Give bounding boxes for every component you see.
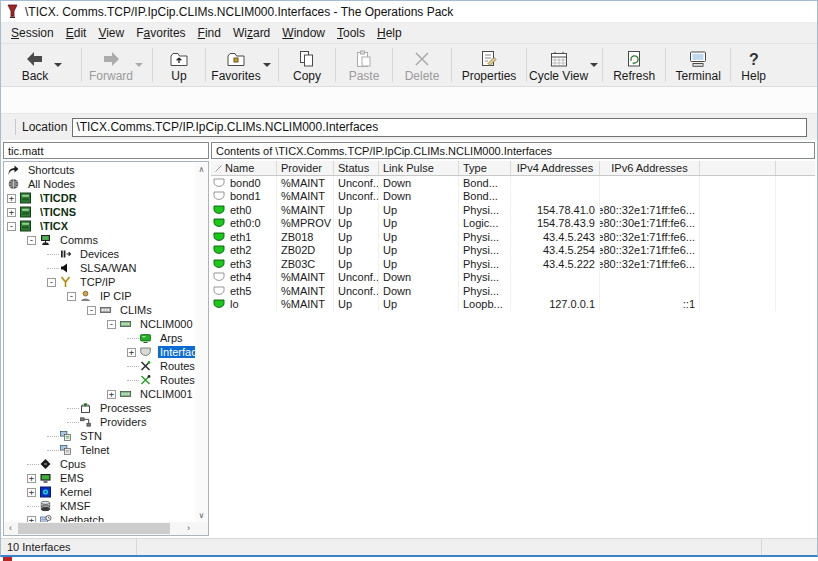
tree-item-ticns[interactable]: +\TICNS [4,205,195,219]
menu-view[interactable]: View [92,24,130,42]
forward-button[interactable]: Forward [82,44,152,86]
tree-item-nclim000[interactable]: -NCLIM000 [4,317,195,331]
tree-item-ticdr[interactable]: +\TICDR [4,191,195,205]
table-row-lo[interactable]: lo%MAINTUpUpLoopb...127.0.0.1::1 [211,298,815,312]
menu-edit[interactable]: Edit [60,24,93,42]
expand-icon[interactable]: + [107,390,116,399]
expand-icon[interactable]: + [127,348,136,357]
tree-item-telnet[interactable]: Telnet [4,443,195,457]
favorites-button[interactable]: Favorites [206,44,278,86]
tree-item-processes[interactable]: Processes [4,401,195,415]
copy-button[interactable]: Copy [279,44,335,86]
column-header-status[interactable]: Status [334,161,379,175]
collapse-icon[interactable]: - [7,222,16,231]
tree-item-kernel[interactable]: +Kernel [4,485,195,499]
column-header-link-pulse[interactable]: Link Pulse [379,161,459,175]
tree-item-stn[interactable]: STN [4,429,195,443]
help-button[interactable]: ?Help [731,44,776,86]
table-row-eth3[interactable]: eth3ZB03CUpUpPhysi...43.4.5.222fe80::32e… [211,257,815,271]
table-row-eth0-0[interactable]: eth0:0%MPROVUpUpLogic...154.78.43.9fe80:… [211,217,815,231]
expand-icon[interactable]: + [7,208,16,217]
table-row-bond1[interactable]: bond1%MAINTUnconf...DownBond... [211,190,815,204]
menu-wizard[interactable]: Wizard [227,24,276,42]
tree-item-label: All Nodes [26,178,77,190]
table-row-bond0[interactable]: bond0%MAINTUnconf...DownBond... [211,176,815,190]
refresh-button[interactable]: Refresh [603,44,665,86]
column-header-name[interactable]: Name [211,161,277,175]
table-row-eth2[interactable]: eth2ZB02DUpUpPhysi...43.4.5.254fe80::32e… [211,244,815,258]
tree-item-ticx[interactable]: -\TICX [4,219,195,233]
expand-icon[interactable]: + [27,488,36,497]
favorites-dropdown[interactable] [261,63,273,67]
scroll-left-icon[interactable]: ‹ [4,522,17,535]
cell-ipv4-addresses: 154.78.43.9 [511,217,600,231]
tree-item-providers[interactable]: Providers [4,415,195,429]
tree-item-all-nodes[interactable]: All Nodes [4,177,195,191]
scroll-down-icon[interactable]: ∨ [199,509,205,522]
scroll-up-icon[interactable]: ∧ [199,163,205,176]
tree-item-devices[interactable]: Devices [4,247,195,261]
properties-button[interactable]: Properties [452,44,526,86]
paste-button[interactable]: Paste [336,44,392,86]
table-row-eth5[interactable]: eth5%MAINTUnconf...DownPhysi... [211,284,815,298]
menu-session[interactable]: Session [5,24,60,42]
tree-item-ems[interactable]: +EMS [4,471,195,485]
tree-item-clims[interactable]: -CLIMs [4,303,195,317]
cycle-view-dropdown[interactable] [588,63,600,67]
tree-horizontal-scrollbar[interactable]: ‹ › [4,522,195,535]
table-row-eth4[interactable]: eth4%MAINTUnconf...DownPhysi... [211,271,815,285]
tree-item-comms[interactable]: -Comms [4,233,195,247]
back-dropdown[interactable] [52,63,64,67]
tree-vertical-scrollbar[interactable]: ∧ ∨ [195,163,208,522]
tree-item-kmsf[interactable]: KMSF [4,499,195,513]
scroll-right-icon[interactable]: › [182,522,195,535]
tree-item-label: Processes [98,402,153,414]
expand-icon[interactable]: + [27,474,36,483]
location-input[interactable] [72,118,807,137]
tree-item-cpus[interactable]: Cpus [4,457,195,471]
menu-favorites[interactable]: Favorites [130,24,191,42]
tree-item-netbatch[interactable]: +Netbatch [4,513,195,522]
expand-icon[interactable]: + [7,194,16,203]
menu-help[interactable]: Help [371,24,408,42]
tree-item-label: \TICDR [38,192,79,204]
cycle-view-button[interactable]: Cycle View [527,44,602,86]
tree-item-routes-all[interactable]: Routes - all [4,359,195,373]
cell-name: bond1 [211,190,277,204]
tree-item-ip-cip[interactable]: -IP CIP [4,289,195,303]
menu-find[interactable]: Find [192,24,227,42]
tree-item-routes-us[interactable]: Routes - us [4,373,195,387]
menu-tools[interactable]: Tools [331,24,371,42]
terminal-button[interactable]: Terminal [666,44,730,86]
tree-connector [47,436,59,437]
menu-window[interactable]: Window [276,24,331,42]
tree-item-slsa-wan[interactable]: SLSA/WAN [4,261,195,275]
tree-item-interfaces[interactable]: +Interfaces [4,345,195,359]
up-button[interactable]: Up [153,44,205,86]
toolbar: BackForwardUpFavoritesCopyPasteDeletePro… [1,44,817,87]
if-up-icon [213,259,226,269]
back-icon [25,48,45,68]
cell-type: Bond... [459,176,511,190]
collapse-icon[interactable]: - [27,236,36,245]
collapse-icon[interactable]: - [67,292,76,301]
tree-item-shortcuts[interactable]: Shortcuts [4,163,195,177]
column-header-ipv6-addresses[interactable]: IPv6 Addresses [600,161,700,175]
scrollbar-thumb[interactable] [18,523,170,534]
tree-item-tcp-ip[interactable]: -TCP/IP [4,275,195,289]
forward-dropdown[interactable] [133,63,145,67]
collapse-icon[interactable]: - [87,306,96,315]
collapse-icon[interactable]: - [107,320,116,329]
if-up-icon [213,232,226,242]
collapse-icon[interactable]: - [47,278,56,287]
delete-button[interactable]: Delete [393,44,451,86]
tree-item-nclim001[interactable]: +NCLIM001 [4,387,195,401]
table-row-eth1[interactable]: eth1ZB018UpUpPhysi...43.4.5.243fe80::32e… [211,230,815,244]
column-header-ipv4-addresses[interactable]: IPv4 Addresses [511,161,600,175]
tree-item-arps[interactable]: Arps [4,331,195,345]
column-header-type[interactable]: Type [459,161,511,175]
back-button[interactable]: Back [1,44,81,86]
tree-connector [67,422,79,423]
table-row-eth0[interactable]: eth0%MAINTUpUpPhysi...154.78.41.0fe80::3… [211,203,815,217]
column-header-provider[interactable]: Provider [277,161,334,175]
